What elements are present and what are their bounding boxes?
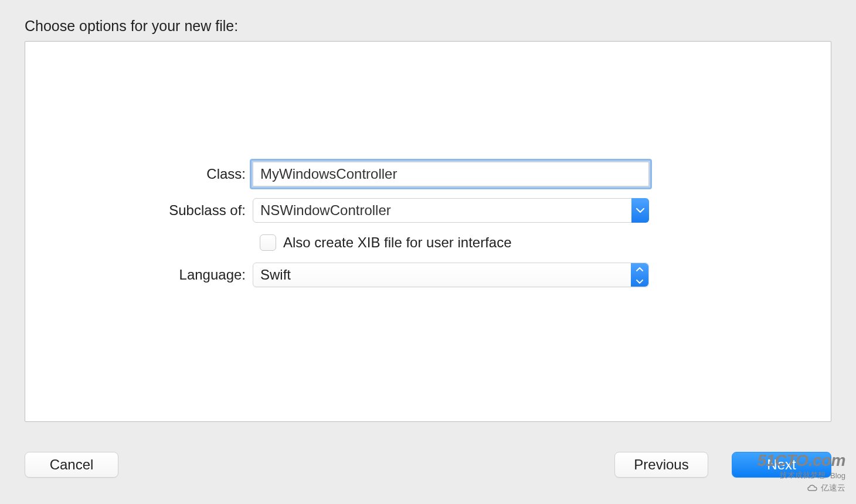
language-value: Swift bbox=[260, 267, 291, 283]
language-select[interactable]: Swift bbox=[253, 263, 649, 287]
subclass-input[interactable] bbox=[253, 198, 649, 223]
chevron-down-icon bbox=[636, 275, 643, 286]
class-label: Class: bbox=[25, 166, 253, 182]
page-title: Choose options for your new file: bbox=[0, 0, 856, 35]
options-panel: Class: Subclass of: Also create XIB file… bbox=[25, 41, 831, 422]
cancel-button[interactable]: Cancel bbox=[25, 452, 118, 478]
button-bar: Cancel Previous Next bbox=[25, 452, 831, 478]
chevron-down-icon bbox=[636, 205, 644, 216]
class-field-wrapper bbox=[253, 162, 649, 186]
xib-checkbox-row: Also create XIB file for user interface bbox=[25, 234, 831, 251]
watermark-sub2: Blog bbox=[830, 471, 845, 480]
xib-checkbox[interactable] bbox=[260, 234, 276, 251]
cloud-icon bbox=[807, 484, 818, 492]
class-input[interactable] bbox=[253, 162, 649, 186]
next-button[interactable]: Next bbox=[732, 452, 831, 478]
form-area: Class: Subclass of: Also create XIB file… bbox=[25, 162, 831, 299]
language-label: Language: bbox=[25, 267, 253, 283]
watermark-cloud: 亿速云 bbox=[757, 483, 845, 493]
subclass-label: Subclass of: bbox=[25, 202, 253, 219]
class-row: Class: bbox=[25, 162, 831, 186]
subclass-row: Subclass of: bbox=[25, 198, 831, 223]
watermark-cloud-text: 亿速云 bbox=[821, 483, 845, 493]
language-row: Language: Swift bbox=[25, 263, 831, 287]
chevron-up-icon bbox=[636, 264, 643, 274]
language-stepper-arrows[interactable] bbox=[631, 263, 648, 287]
subclass-dropdown-button[interactable] bbox=[631, 198, 649, 223]
subclass-combobox[interactable] bbox=[253, 198, 649, 223]
xib-checkbox-label: Also create XIB file for user interface bbox=[283, 234, 512, 251]
previous-button[interactable]: Previous bbox=[614, 452, 708, 478]
